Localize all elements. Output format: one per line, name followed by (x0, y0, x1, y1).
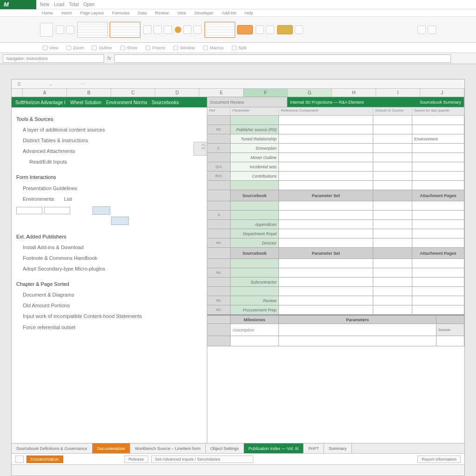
ribbon-tab[interactable]: Page Layout (80, 11, 104, 15)
row-label[interactable]: Director (231, 238, 279, 247)
ribbon-tab[interactable]: Formulas (112, 11, 130, 15)
row-number[interactable] (207, 220, 231, 229)
row-number[interactable]: R1 (207, 296, 231, 305)
cell[interactable] (279, 153, 373, 162)
ribbon-tab[interactable]: Developer (194, 11, 213, 15)
name-box[interactable]: Navigator: Instructions (3, 54, 104, 63)
sheet-tab[interactable]: PAPT (304, 443, 324, 453)
border-icon[interactable] (193, 26, 202, 34)
outline-item[interactable]: Input work of incompatible Content-hood … (16, 311, 202, 322)
subribbon-item[interactable]: Freeze (145, 46, 165, 50)
outline-section[interactable]: Chapter & Page Sorted (16, 279, 202, 290)
ribbon-tab[interactable]: Add-ins (222, 11, 237, 15)
row-number[interactable]: R1 (207, 305, 231, 314)
outline-button[interactable] (93, 206, 110, 215)
cell[interactable] (412, 172, 464, 180)
row-number[interactable] (207, 229, 231, 238)
cell[interactable] (373, 287, 412, 296)
cell[interactable] (373, 259, 412, 268)
cell[interactable] (373, 238, 412, 247)
styles-panel[interactable] (77, 22, 108, 38)
italic-icon[interactable] (153, 26, 162, 34)
col-header[interactable]: F (244, 89, 288, 97)
subribbon-item[interactable]: Outline (92, 46, 112, 50)
ws-tool[interactable]: ⌄ (49, 82, 53, 86)
subribbon-item[interactable]: Zoom (66, 46, 84, 50)
cell[interactable]: Environment (412, 134, 464, 143)
fx-icon[interactable]: fx (106, 55, 112, 62)
lower-chip[interactable] (15, 456, 24, 463)
row-label[interactable] (231, 287, 279, 296)
ribbon-tab[interactable]: Review (155, 11, 169, 15)
col-header[interactable]: E (199, 89, 244, 97)
align-center-icon[interactable] (266, 26, 274, 34)
row-number[interactable]: R1 (207, 268, 231, 277)
outline-item[interactable]: Force referential outset (16, 322, 202, 333)
filter-chip[interactable] (277, 25, 293, 34)
align-left-icon[interactable] (256, 26, 264, 34)
outline-field[interactable] (16, 207, 42, 214)
col-header[interactable]: B (67, 89, 111, 97)
outline-item[interactable]: Document & Diagrams (16, 290, 202, 300)
color-swatch-icon[interactable] (175, 26, 181, 33)
cell[interactable] (279, 268, 373, 277)
cell[interactable] (279, 324, 436, 336)
cell[interactable] (412, 238, 464, 247)
row-number[interactable] (207, 153, 231, 162)
cell[interactable] (373, 220, 412, 229)
cell[interactable] (412, 220, 464, 229)
outline-section[interactable]: Ext. Added Publishers (16, 231, 202, 242)
row-number[interactable]: R21 (207, 172, 231, 180)
paste-icon[interactable] (40, 23, 53, 37)
cell[interactable] (373, 162, 412, 171)
outline-item[interactable]: A layer of additional content sources (16, 125, 202, 135)
subribbon-item[interactable]: Show (120, 46, 138, 50)
cell[interactable] (412, 201, 464, 210)
formula-input[interactable] (114, 54, 451, 63)
cell[interactable] (412, 305, 464, 314)
cell[interactable] (279, 287, 373, 296)
cell[interactable] (373, 278, 412, 286)
cell[interactable] (412, 296, 464, 305)
cell[interactable] (279, 144, 373, 152)
outline-item[interactable]: Footnote & Commons Handbook (16, 253, 202, 264)
find-icon[interactable] (417, 26, 426, 34)
outline-item[interactable]: Distinct Tables & Instructions (16, 135, 202, 146)
cell[interactable] (373, 181, 412, 190)
outline-item[interactable]: Advanced Attachments (16, 146, 202, 157)
share-icon[interactable] (428, 26, 436, 34)
row-label[interactable]: Contributions (231, 172, 279, 180)
outline-item[interactable]: Presentation Guidelines (16, 183, 202, 194)
cell[interactable] (373, 153, 412, 162)
row-label[interactable] (231, 181, 279, 190)
cell[interactable] (279, 125, 373, 134)
row-number[interactable]: 3 (207, 211, 231, 219)
cell[interactable] (373, 296, 412, 305)
cell[interactable] (373, 305, 412, 314)
row-number[interactable] (207, 181, 231, 190)
row-label[interactable] (231, 259, 279, 268)
outline-section[interactable]: Tools & Sources (16, 114, 202, 125)
row-number[interactable] (207, 134, 231, 143)
ws-tool[interactable]: ☰ (17, 82, 21, 86)
grid-header-tab[interactable]: Internal 3D Projections — R&A Element So… (287, 97, 464, 107)
sheet-tab[interactable]: Publication Index — Vol. III (244, 443, 304, 453)
outline-item[interactable]: Adopt Secondary-type Micro-plugins (16, 264, 202, 274)
ribbon-tab[interactable]: Insert (61, 11, 72, 15)
outline-item[interactable]: Old Amount Portions (16, 300, 202, 311)
cell[interactable] (412, 259, 464, 268)
ribbon-tab[interactable]: Home (42, 11, 53, 15)
cell[interactable] (279, 229, 373, 238)
ws-tool[interactable]: ⋯ (80, 82, 85, 86)
cell[interactable] (279, 278, 373, 286)
subribbon-item[interactable]: Split (232, 46, 247, 50)
cell[interactable] (279, 201, 373, 210)
cell[interactable] (279, 238, 373, 247)
copy-icon[interactable] (66, 26, 74, 34)
menu-item[interactable]: New (40, 2, 49, 7)
row-label[interactable]: Incidental sets (231, 162, 279, 171)
outline-item[interactable]: Environments List (16, 194, 202, 205)
row-label[interactable] (231, 201, 279, 210)
cell[interactable] (373, 229, 412, 238)
row-number[interactable] (207, 116, 231, 125)
